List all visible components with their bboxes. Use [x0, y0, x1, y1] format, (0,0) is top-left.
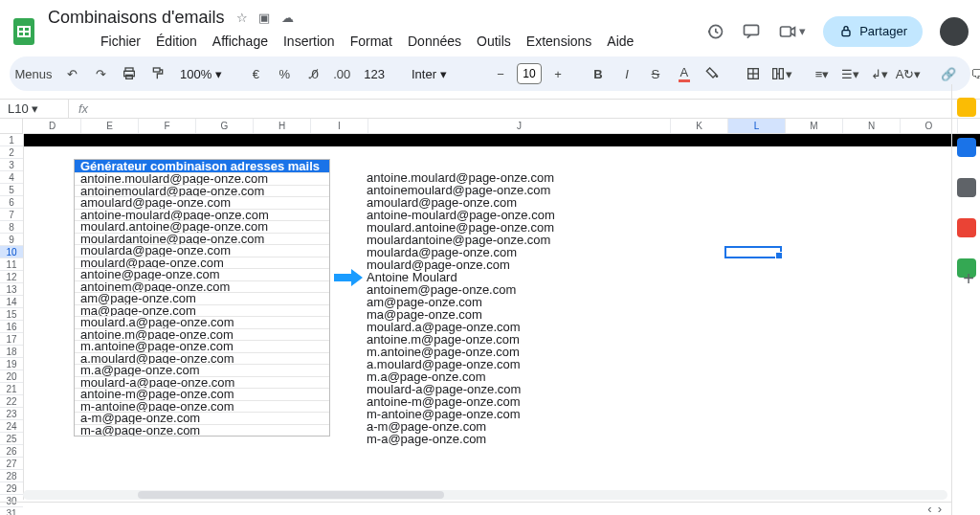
- horizontal-scrollbar[interactable]: [23, 490, 947, 500]
- list-cell[interactable]: m-a@page-onze.com: [367, 433, 555, 445]
- meet-icon[interactable]: ▾: [778, 22, 806, 41]
- generator-cell[interactable]: moulard@page-onze.com: [75, 257, 329, 269]
- col-H[interactable]: H: [254, 119, 311, 133]
- row-22[interactable]: 22: [0, 395, 23, 408]
- generator-cell[interactable]: m.a@page-onze.com: [75, 364, 329, 376]
- merge-icon[interactable]: ▾: [769, 60, 794, 87]
- undo-icon[interactable]: ↶: [59, 60, 84, 87]
- row-18[interactable]: 18: [0, 346, 23, 358]
- generator-cell[interactable]: antoine-m@page-onze.com: [75, 388, 329, 400]
- generator-cell[interactable]: moulardantoine@page-onze.com: [75, 233, 329, 245]
- menu-format[interactable]: Format: [344, 30, 399, 53]
- add-addon-icon[interactable]: +: [963, 268, 974, 290]
- col-I[interactable]: I: [311, 119, 368, 133]
- generator-cell[interactable]: m.antoine@page-onze.com: [75, 340, 329, 352]
- print-icon[interactable]: [117, 60, 142, 87]
- generator-cell[interactable]: antoinemoulard@page-onze.com: [75, 185, 329, 197]
- col-L[interactable]: L: [728, 119, 786, 133]
- generator-cell[interactable]: moulard.antoine@page-onze.com: [75, 220, 329, 233]
- generator-cell[interactable]: moularda@page-onze.com: [75, 244, 329, 257]
- link-icon[interactable]: 🔗: [936, 60, 961, 87]
- calendar-icon[interactable]: [957, 98, 976, 117]
- col-O[interactable]: O: [901, 119, 958, 133]
- row-17[interactable]: 17: [0, 333, 23, 346]
- rotate-icon[interactable]: A↻▾: [896, 60, 921, 87]
- row-8[interactable]: 8: [0, 221, 23, 234]
- row-12[interactable]: 12: [0, 271, 23, 283]
- row-15[interactable]: 15: [0, 308, 23, 321]
- generator-cell[interactable]: moulard.a@page-onze.com: [75, 316, 329, 328]
- v-align-icon[interactable]: ☰▾: [838, 60, 863, 87]
- h-align-icon[interactable]: ≡▾: [810, 60, 835, 87]
- col-K[interactable]: K: [671, 119, 728, 133]
- tasks-icon[interactable]: [957, 178, 976, 197]
- menu-fichier[interactable]: Fichier: [94, 30, 147, 53]
- generator-cell[interactable]: antoine.m@page-onze.com: [75, 328, 329, 341]
- row-11[interactable]: 11: [0, 258, 23, 271]
- menu-aide[interactable]: Aide: [600, 30, 640, 53]
- zoom-select[interactable]: 100% ▾: [174, 67, 228, 81]
- menu-extensions[interactable]: Extensions: [520, 30, 598, 53]
- search-menus-button[interactable]: Menus: [19, 60, 44, 87]
- move-icon[interactable]: ▣: [258, 11, 270, 25]
- row-5[interactable]: 5: [0, 184, 23, 196]
- row-23[interactable]: 23: [0, 408, 23, 420]
- row-13[interactable]: 13: [0, 283, 23, 296]
- menu-insertion[interactable]: Insertion: [277, 30, 342, 53]
- explore-icon[interactable]: ‹: [927, 502, 931, 515]
- row-14[interactable]: 14: [0, 296, 23, 308]
- row-27[interactable]: 27: [0, 458, 23, 470]
- row-9[interactable]: 9: [0, 234, 23, 246]
- increase-font-icon[interactable]: +: [546, 60, 570, 87]
- row-25[interactable]: 25: [0, 433, 23, 445]
- cloud-status-icon[interactable]: ☁: [281, 11, 294, 25]
- menu-édition[interactable]: Édition: [149, 30, 204, 53]
- row-1[interactable]: 1: [0, 134, 23, 146]
- bold-icon[interactable]: B: [586, 60, 611, 87]
- row-26[interactable]: 26: [0, 445, 23, 458]
- row-29[interactable]: 29: [0, 482, 23, 495]
- comment-icon[interactable]: 🗨: [965, 60, 980, 87]
- sheets-logo-icon[interactable]: [11, 15, 36, 48]
- generator-cell[interactable]: m-antoine@page-onze.com: [75, 400, 329, 413]
- col-J[interactable]: J: [368, 119, 671, 133]
- col-N[interactable]: N: [843, 119, 901, 133]
- wrap-icon[interactable]: ↲▾: [867, 60, 892, 87]
- redo-icon[interactable]: ↷: [88, 60, 113, 87]
- menu-affichage[interactable]: Affichage: [206, 30, 275, 53]
- increase-decimal-icon[interactable]: .00: [329, 60, 354, 87]
- fill-color-icon[interactable]: [701, 60, 725, 87]
- col-M[interactable]: M: [786, 119, 843, 133]
- generator-cell[interactable]: am@page-onze.com: [75, 292, 329, 304]
- strike-icon[interactable]: S: [643, 60, 668, 87]
- percent-icon[interactable]: %: [272, 60, 297, 87]
- row-7[interactable]: 7: [0, 209, 23, 221]
- row-2[interactable]: 2: [0, 146, 23, 159]
- keep-icon[interactable]: [957, 138, 976, 157]
- active-cell[interactable]: [724, 246, 782, 258]
- number-format-select[interactable]: 123: [358, 67, 390, 81]
- generator-cell[interactable]: antoine.moulard@page-onze.com: [75, 172, 329, 185]
- doc-title[interactable]: Combinaisons d'emails: [44, 6, 229, 30]
- row-24[interactable]: 24: [0, 420, 23, 433]
- row-28[interactable]: 28: [0, 470, 23, 482]
- font-size-input[interactable]: [517, 63, 542, 84]
- row-4[interactable]: 4: [0, 171, 23, 184]
- history-icon[interactable]: [705, 22, 724, 41]
- scroll-right-icon[interactable]: ›: [938, 502, 942, 515]
- share-button[interactable]: Partager: [823, 16, 923, 47]
- col-E[interactable]: E: [81, 119, 139, 133]
- row-21[interactable]: 21: [0, 383, 23, 395]
- generator-cell[interactable]: antoine-moulard@page-onze.com: [75, 209, 329, 221]
- row-3[interactable]: 3: [0, 159, 23, 171]
- font-select[interactable]: Inter ▾: [406, 67, 473, 81]
- generator-cell[interactable]: antoinem@page-onze.com: [75, 280, 329, 293]
- decrease-decimal-icon[interactable]: .0̸: [301, 60, 325, 87]
- generator-cell[interactable]: m-a@page-onze.com: [75, 424, 329, 437]
- generator-cell[interactable]: amoulard@page-onze.com: [75, 196, 329, 209]
- menu-outils[interactable]: Outils: [470, 30, 518, 53]
- col-D[interactable]: D: [24, 119, 81, 133]
- generator-cell[interactable]: a.moulard@page-onze.com: [75, 352, 329, 365]
- borders-icon[interactable]: [741, 60, 766, 87]
- decrease-font-icon[interactable]: −: [488, 60, 513, 87]
